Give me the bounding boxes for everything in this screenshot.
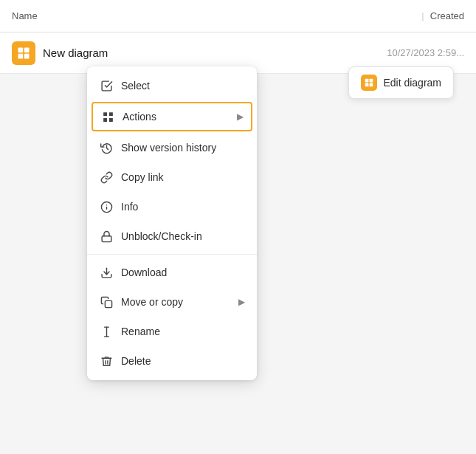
grid-icon bbox=[100, 109, 115, 124]
menu-item-rename[interactable]: Rename bbox=[87, 317, 257, 346]
menu-item-download[interactable]: Download bbox=[87, 258, 257, 287]
text-cursor-icon bbox=[99, 324, 114, 339]
move-or-copy-label: Move or copy bbox=[121, 296, 238, 308]
download-icon bbox=[99, 265, 114, 280]
svg-rect-15 bbox=[365, 79, 369, 83]
edit-diagram-label: Edit diagram bbox=[383, 77, 441, 89]
copy-link-label: Copy link bbox=[121, 171, 245, 183]
delete-label: Delete bbox=[121, 355, 245, 367]
check-square-icon bbox=[99, 78, 114, 93]
menu-item-delete[interactable]: Delete bbox=[87, 346, 257, 376]
context-menu: Select Actions ▶ Show version history bbox=[87, 66, 257, 380]
svg-rect-0 bbox=[18, 47, 24, 52]
svg-rect-1 bbox=[24, 47, 30, 52]
header-divider: | bbox=[421, 10, 424, 21]
column-created: Created bbox=[430, 10, 464, 21]
menu-item-unblock-checkin[interactable]: Unblock/Check-in bbox=[87, 221, 257, 251]
unblock-checkin-label: Unblock/Check-in bbox=[121, 230, 245, 242]
info-circle-icon bbox=[99, 199, 114, 214]
info-label: Info bbox=[121, 201, 245, 213]
svg-rect-4 bbox=[103, 112, 107, 116]
link-icon bbox=[99, 170, 114, 185]
svg-rect-11 bbox=[102, 235, 111, 241]
svg-rect-18 bbox=[370, 83, 373, 87]
svg-rect-13 bbox=[105, 300, 111, 307]
header-row: Name | Created bbox=[0, 0, 476, 32]
actions-label: Actions bbox=[123, 111, 237, 123]
file-icon bbox=[12, 41, 35, 65]
svg-rect-5 bbox=[108, 112, 112, 116]
menu-item-select[interactable]: Select bbox=[87, 71, 257, 100]
move-or-copy-chevron-icon: ▶ bbox=[238, 297, 245, 307]
menu-item-actions[interactable]: Actions ▶ bbox=[92, 102, 252, 131]
copy-icon bbox=[99, 295, 114, 309]
file-name: New diagram bbox=[43, 47, 387, 59]
menu-item-move-or-copy[interactable]: Move or copy ▶ bbox=[87, 287, 257, 317]
trash-icon bbox=[99, 354, 114, 368]
lock-icon bbox=[99, 229, 114, 244]
history-icon bbox=[99, 140, 114, 155]
file-date: 10/27/2023 2:59... bbox=[387, 47, 464, 58]
svg-rect-16 bbox=[370, 79, 373, 83]
menu-item-copy-link[interactable]: Copy link bbox=[87, 162, 257, 192]
svg-rect-17 bbox=[365, 83, 369, 87]
download-label: Download bbox=[121, 266, 245, 278]
menu-item-show-version-history[interactable]: Show version history bbox=[87, 133, 257, 162]
svg-rect-6 bbox=[103, 117, 107, 121]
actions-chevron-icon: ▶ bbox=[237, 111, 244, 122]
svg-rect-2 bbox=[18, 53, 24, 58]
show-version-history-label: Show version history bbox=[121, 142, 245, 154]
rename-label: Rename bbox=[121, 326, 245, 337]
svg-rect-7 bbox=[108, 117, 112, 121]
svg-rect-3 bbox=[24, 53, 30, 58]
column-name: Name bbox=[12, 10, 421, 21]
select-label: Select bbox=[121, 80, 245, 92]
menu-item-info[interactable]: Info bbox=[87, 192, 257, 221]
menu-divider-1 bbox=[87, 254, 257, 255]
edit-diagram-icon bbox=[361, 75, 377, 91]
edit-diagram-button[interactable]: Edit diagram bbox=[348, 66, 454, 99]
